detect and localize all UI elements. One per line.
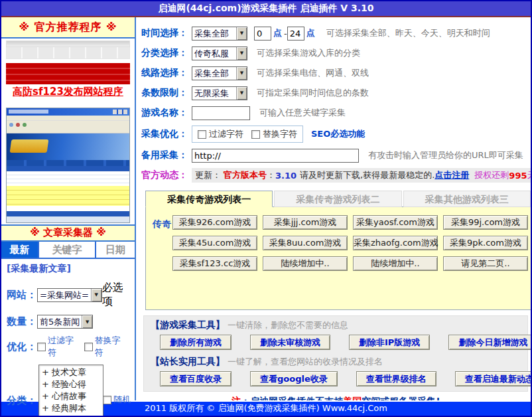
replace-checkbox[interactable] — [84, 343, 93, 351]
limit-label: 条数限制： — [141, 87, 192, 99]
check-world-rank-button[interactable]: 查看世界级排名 — [356, 371, 436, 386]
collect-game-button[interactable]: 陆续增加中.. — [263, 256, 348, 271]
game-name-label: 游戏名称： — [141, 107, 192, 119]
category-listbox[interactable]: + 技术文章 + 经验心得 + 心情故事 + 经典脚本 — [38, 365, 103, 416]
collect-game-button[interactable]: 采集45u.com游戏 — [172, 236, 257, 250]
auth-days: 995 — [509, 171, 527, 181]
tools-section: 【游戏采集工具】 一键清除，删除您不需要的信息 删除所有游戏 删除未审核游戏 删… — [143, 315, 528, 392]
register-link[interactable]: 点击注册 — [434, 169, 469, 181]
count-row: 数量： 前5条新闻 ▼ — [7, 315, 131, 329]
site-label: 网站： — [7, 289, 37, 301]
collect-game-button[interactable]: 采集99j.com游戏 — [443, 215, 528, 230]
delete-all-games-button[interactable]: 删除所有游戏 — [160, 335, 232, 350]
sidebar-tabs: 最新 关键字 日期 — [1, 242, 135, 259]
sf123-link[interactable]: 高防sf123发布网站程序 — [6, 85, 130, 98]
content-area: ※ 官方推荐程序 ※ 高防sf123发布网站程序 — [1, 17, 531, 400]
promo-header: ※ 官方推荐程序 ※ — [1, 17, 135, 39]
collect-game-button[interactable]: 采集zhaofg.com游戏 — [353, 236, 438, 250]
dropdown-arrow-icon[interactable]: ▼ — [236, 27, 247, 40]
table-rows-mock — [7, 206, 129, 211]
hour-unit: 点 — [273, 27, 282, 39]
category-option[interactable]: + 心情故事 — [42, 390, 103, 402]
app-window: 启迪网(44cj.com)游戏采集插件 启迪插件 V 3.10 ※ 官方推荐程序… — [0, 0, 532, 417]
random-wrap: 随机 — [103, 394, 131, 406]
replace-chars-checkbox[interactable] — [251, 130, 260, 139]
line-row: 线路选择： 采集全部 ▼ 可选择采集电信、网通、双线 — [141, 65, 531, 81]
collect-game-button[interactable]: 采集9pk.com游戏 — [443, 236, 528, 250]
collect-game-button[interactable]: 请见第二页.. — [443, 256, 528, 271]
tab-game-list-3[interactable]: 采集其他游戏列表三 — [403, 191, 531, 207]
tab-game-list-1[interactable]: 采集传奇游戏列表一 — [145, 191, 273, 207]
category-area: 分类： + 技术文章 + 经验心得 + 心情故事 + 经典脚本 随机 — [7, 365, 131, 417]
game-name-note: 可输入任意关键字采集 — [259, 107, 346, 119]
tab-date[interactable]: 日期 — [96, 242, 135, 258]
site-select[interactable]: =采集网站= ▼ — [37, 288, 102, 302]
category-select[interactable]: 传奇私服 ▼ — [192, 46, 247, 60]
count-select[interactable]: 前5条新闻 ▼ — [37, 315, 93, 329]
version-colon: ： — [267, 169, 275, 181]
site-tools-desc: 一键了解，查看您网站的收录情况及排名 — [228, 356, 383, 368]
time-from-input[interactable] — [254, 27, 271, 41]
time-select[interactable]: 采集全部 ▼ — [192, 27, 247, 41]
backup-url-input[interactable] — [192, 149, 359, 163]
category-select-row: 分类选择： 传奇私服 ▼ 可选择采集游戏入库的分类 — [141, 45, 531, 61]
dropdown-arrow-icon[interactable]: ▼ — [82, 315, 92, 328]
dropdown-arrow-icon[interactable]: ▼ — [236, 47, 247, 60]
optimize-checkbox-group: 过滤字符 替换字符 — [192, 125, 303, 143]
replace-chars-label: 替换字符 — [263, 128, 297, 140]
line-select[interactable]: 采集全部 ▼ — [192, 66, 247, 80]
delete-non-ip-games-button[interactable]: 删除非IP版游戏 — [349, 335, 430, 350]
game-list-panel: 传奇 采集926.com游戏 采集jjj.com游戏 采集yaosf.com游戏… — [145, 207, 532, 310]
news-text: 请及时更新下载,获得最新最稳定的. — [300, 169, 434, 181]
article-collector-header: ※ 文章采集器 ※ — [1, 224, 135, 242]
backup-label: 备用采集： — [141, 149, 192, 161]
collect-game-button[interactable]: 采集8uu.com游戏 — [263, 236, 348, 250]
tab-latest[interactable]: 最新 — [1, 242, 39, 258]
article-header-text: ※ 文章采集器 ※ — [30, 226, 106, 238]
ad-links-grid-mock — [6, 47, 130, 59]
table-rows-mock — [7, 171, 129, 186]
check-google-index-button[interactable]: 查看google收录 — [250, 371, 338, 386]
random-checkbox-label: 随机 — [113, 394, 131, 406]
article-collector-ad-image[interactable] — [6, 108, 130, 223]
dropdown-arrow-icon[interactable]: ▼ — [236, 87, 247, 100]
category-option[interactable]: + 技术文章 — [42, 367, 103, 378]
category-option[interactable]: + 经典脚本 — [42, 402, 103, 414]
delete-unreviewed-games-button[interactable]: 删除未审核游戏 — [250, 335, 330, 350]
tab-keyword[interactable]: 关键字 — [39, 242, 96, 258]
collect-game-button[interactable]: 采集926.com游戏 — [172, 215, 257, 230]
site-row: 网站： =采集网站= ▼ 必选项 — [7, 281, 131, 309]
table-highlight-rows-mock — [7, 186, 129, 206]
auth-day-unit: 天 — [527, 169, 531, 181]
collect-game-button[interactable]: 采集sf123.cc游戏 — [172, 256, 257, 271]
table-footer-bar-mock — [7, 211, 129, 216]
filter-chars-checkbox[interactable] — [198, 130, 206, 139]
game-name-input[interactable] — [192, 106, 250, 120]
collect-game-button[interactable]: 采集jjj.com游戏 — [263, 215, 348, 230]
check-qidi-news-button[interactable]: 查看启迪最新动态 — [455, 371, 532, 386]
site-tools-buttons: 查看百度收录 查看google收录 查看世界级排名 查看启迪最新动态 — [160, 371, 527, 386]
time-to-input[interactable] — [287, 27, 304, 41]
delete-today-games-button[interactable]: 删除今日新增游戏 — [448, 335, 532, 350]
limit-note: 可指定采集同时间信息的条数 — [257, 87, 369, 99]
filter-checkbox[interactable] — [37, 343, 46, 351]
game-list-tabs: 采集传奇游戏列表一 采集传奇游戏列表二 采集其他游戏列表三 — [145, 191, 531, 207]
sf123-ad-banner[interactable]: 高防sf123发布网站程序 — [6, 41, 130, 99]
limit-select[interactable]: 无限采集 ▼ — [192, 86, 247, 100]
collect-game-button[interactable]: 采集yaosf.com游戏 — [353, 215, 438, 230]
site-header-mock — [7, 133, 129, 160]
category-option[interactable]: + 经验心得 — [42, 378, 103, 390]
random-checkbox[interactable] — [103, 396, 111, 404]
collect-game-button[interactable]: 陆续增加中.. — [353, 256, 438, 271]
site-tools-header: 【站长实用工具】 一键了解，查看您网站的收录情况及排名 — [151, 356, 527, 368]
dropdown-arrow-icon[interactable]: ▼ — [91, 289, 101, 301]
time-row: 时间选择： 采集全部 ▼ 点 - 点 可选择采集全部、昨天、今天、明天和时间 — [141, 25, 531, 41]
check-baidu-index-button[interactable]: 查看百度收录 — [160, 371, 232, 386]
time-select-value: 采集全部 — [192, 27, 236, 40]
optimize-row: 优化： 过滤字符 替换字符 — [7, 335, 131, 359]
version-label: 官方版本号 — [224, 169, 267, 181]
tab-game-list-2[interactable]: 采集传奇游戏列表二 — [274, 191, 401, 207]
dropdown-arrow-icon[interactable]: ▼ — [236, 67, 247, 80]
category-select-value: 传奇私服 — [192, 47, 236, 60]
time-label: 时间选择： — [141, 27, 192, 39]
